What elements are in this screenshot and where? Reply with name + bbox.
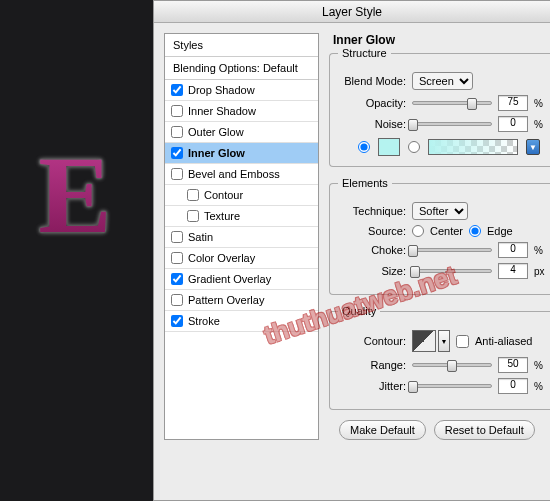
size-value[interactable]: 4 <box>498 263 528 279</box>
size-unit: px <box>534 266 546 277</box>
layer-style-dialog: Layer Style Styles Blending Options: Def… <box>153 0 550 501</box>
anti-aliased-checkbox[interactable] <box>456 335 469 348</box>
elements-group: Elements Technique: Softer Source: Cente… <box>329 177 550 295</box>
style-checkbox[interactable] <box>171 273 183 285</box>
opacity-slider[interactable] <box>412 101 492 105</box>
style-label: Stroke <box>188 315 220 327</box>
noise-value[interactable]: 0 <box>498 116 528 132</box>
style-row-gradient-overlay[interactable]: Gradient Overlay <box>165 269 318 290</box>
range-slider[interactable] <box>412 363 492 367</box>
jitter-value[interactable]: 0 <box>498 378 528 394</box>
source-center-label: Center <box>430 225 463 237</box>
size-label: Size: <box>338 265 406 277</box>
style-checkbox[interactable] <box>171 231 183 243</box>
opacity-value[interactable]: 75 <box>498 95 528 111</box>
dialog-title: Layer Style <box>154 1 550 23</box>
panel-title: Inner Glow <box>333 33 550 47</box>
style-row-inner-glow[interactable]: Inner Glow <box>165 143 318 164</box>
elements-legend: Elements <box>338 177 392 189</box>
choke-unit: % <box>534 245 546 256</box>
noise-label: Noise: <box>338 118 406 130</box>
style-label: Satin <box>188 231 213 243</box>
source-edge-radio[interactable] <box>469 225 481 237</box>
style-label: Texture <box>204 210 240 222</box>
structure-group: Structure Blend Mode: Screen Opacity: 75… <box>329 47 550 167</box>
style-checkbox[interactable] <box>171 168 183 180</box>
jitter-slider[interactable] <box>412 384 492 388</box>
style-label: Bevel and Emboss <box>188 168 280 180</box>
structure-legend: Structure <box>338 47 391 59</box>
contour-swatch[interactable] <box>412 330 436 352</box>
blending-options-row[interactable]: Blending Options: Default <box>165 57 318 80</box>
style-label: Inner Shadow <box>188 105 256 117</box>
style-row-bevel-and-emboss[interactable]: Bevel and Emboss <box>165 164 318 185</box>
gradient-radio[interactable] <box>408 141 420 153</box>
style-label: Drop Shadow <box>188 84 255 96</box>
style-checkbox[interactable] <box>171 84 183 96</box>
style-row-satin[interactable]: Satin <box>165 227 318 248</box>
style-label: Gradient Overlay <box>188 273 271 285</box>
style-checkbox[interactable] <box>187 189 199 201</box>
style-row-outer-glow[interactable]: Outer Glow <box>165 122 318 143</box>
style-label: Contour <box>204 189 243 201</box>
color-radio[interactable] <box>358 141 370 153</box>
style-checkbox[interactable] <box>171 147 183 159</box>
opacity-unit: % <box>534 98 546 109</box>
style-row-stroke[interactable]: Stroke <box>165 311 318 332</box>
style-label: Outer Glow <box>188 126 244 138</box>
blend-mode-label: Blend Mode: <box>338 75 406 87</box>
technique-label: Technique: <box>338 205 406 217</box>
jitter-unit: % <box>534 381 546 392</box>
style-row-contour[interactable]: Contour <box>165 185 318 206</box>
style-row-inner-shadow[interactable]: Inner Shadow <box>165 101 318 122</box>
gradient-dropdown-icon[interactable]: ▼ <box>526 139 540 155</box>
noise-slider[interactable] <box>412 122 492 126</box>
source-center-radio[interactable] <box>412 225 424 237</box>
styles-list: Styles Blending Options: Default Drop Sh… <box>164 33 319 440</box>
style-label: Inner Glow <box>188 147 245 159</box>
size-slider[interactable] <box>412 269 492 273</box>
style-row-drop-shadow[interactable]: Drop Shadow <box>165 80 318 101</box>
style-checkbox[interactable] <box>171 252 183 264</box>
style-row-texture[interactable]: Texture <box>165 206 318 227</box>
choke-slider[interactable] <box>412 248 492 252</box>
make-default-button[interactable]: Make Default <box>339 420 426 440</box>
choke-value[interactable]: 0 <box>498 242 528 258</box>
choke-label: Choke: <box>338 244 406 256</box>
style-checkbox[interactable] <box>187 210 199 222</box>
style-checkbox[interactable] <box>171 105 183 117</box>
opacity-label: Opacity: <box>338 97 406 109</box>
technique-select[interactable]: Softer <box>412 202 468 220</box>
contour-dropdown-icon[interactable]: ▼ <box>438 330 450 352</box>
contour-label: Contour: <box>338 335 406 347</box>
inner-glow-panel: Inner Glow Structure Blend Mode: Screen … <box>329 33 550 440</box>
style-label: Color Overlay <box>188 252 255 264</box>
anti-aliased-label: Anti-aliased <box>475 335 532 347</box>
range-value[interactable]: 50 <box>498 357 528 373</box>
source-edge-label: Edge <box>487 225 513 237</box>
jitter-label: Jitter: <box>338 380 406 392</box>
glow-gradient[interactable] <box>428 139 518 155</box>
source-label: Source: <box>338 225 406 237</box>
quality-group: Quality Contour: ▼ Anti-aliased Range: 5… <box>329 305 550 410</box>
style-checkbox[interactable] <box>171 126 183 138</box>
range-unit: % <box>534 360 546 371</box>
style-row-color-overlay[interactable]: Color Overlay <box>165 248 318 269</box>
glow-color-swatch[interactable] <box>378 138 400 156</box>
style-label: Pattern Overlay <box>188 294 264 306</box>
preview-letter: E <box>25 135 125 255</box>
blend-mode-select[interactable]: Screen <box>412 72 473 90</box>
style-checkbox[interactable] <box>171 294 183 306</box>
style-row-pattern-overlay[interactable]: Pattern Overlay <box>165 290 318 311</box>
range-label: Range: <box>338 359 406 371</box>
reset-default-button[interactable]: Reset to Default <box>434 420 535 440</box>
noise-unit: % <box>534 119 546 130</box>
styles-header[interactable]: Styles <box>165 34 318 57</box>
quality-legend: Quality <box>338 305 380 317</box>
style-checkbox[interactable] <box>171 315 183 327</box>
